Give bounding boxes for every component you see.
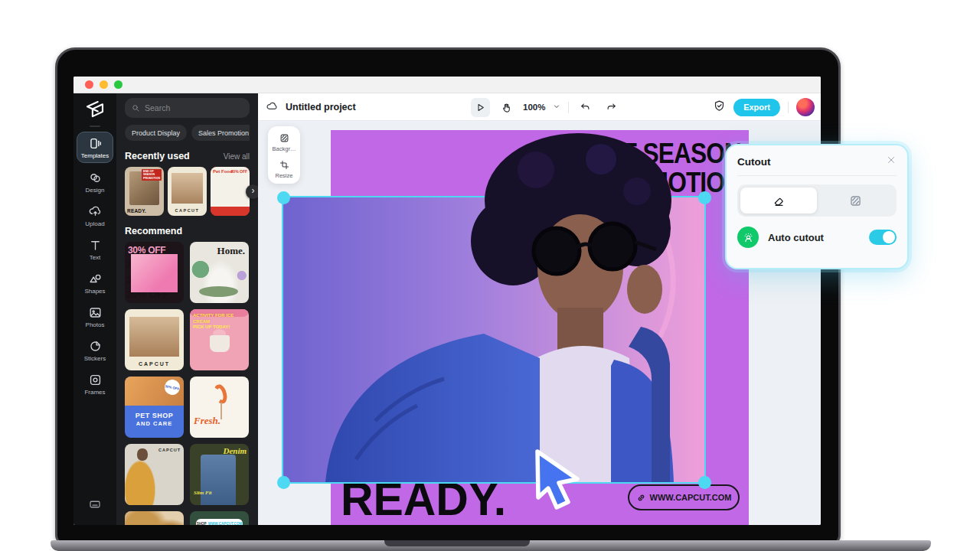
template-title: WWW.CAPCUT.COM [208, 522, 243, 526]
shapes-icon [88, 272, 103, 286]
recently-used-header: Recently used View all [125, 151, 250, 161]
auto-cutout-label: Auto cutout [768, 232, 860, 243]
hand-icon [501, 102, 512, 113]
canvas-controls: 100% [471, 93, 621, 121]
template-capcut-group[interactable]: CAPCUT [125, 309, 184, 370]
selected-photo[interactable] [283, 130, 704, 482]
link-icon [636, 493, 646, 503]
template-fresh[interactable]: Fresh. [190, 377, 249, 438]
template-ice-cream[interactable]: ACTIVITY FOR ICE CREAM PICK UP TODAY! [190, 309, 249, 370]
toggle-knob [883, 231, 895, 243]
auto-cutout-icon [737, 227, 759, 248]
sidebar-item-upload[interactable]: Upload [77, 201, 113, 230]
divider [788, 102, 789, 113]
background-tool-button[interactable]: Backgr… [268, 132, 300, 152]
text-icon [88, 238, 103, 253]
laptop-frame: Templates Design Upload Text [55, 47, 841, 546]
close-icon [886, 155, 897, 165]
template-capcut-url[interactable]: SHOP WWW.CAPCUT.COM [190, 511, 249, 525]
page: Templates Design Upload Text [0, 0, 980, 551]
sidebar-item-shapes[interactable]: Shapes [77, 268, 113, 298]
template-pet-shop[interactable]: 30% OFF PET SHOP AND CARE [125, 377, 184, 438]
keyboard-shortcuts-button[interactable] [88, 497, 102, 514]
template-art [199, 286, 238, 297]
recommend-grid: 30% OFF30% OFF30% OFF 30% OFF Home. CAPC… [125, 242, 250, 525]
maximize-window-button[interactable] [114, 80, 122, 89]
canvas-tools: Backgr… Resize [268, 126, 300, 184]
sidebar-item-frames[interactable]: Frames [77, 369, 113, 399]
privacy-shield-button[interactable] [713, 99, 726, 116]
divider [737, 175, 897, 176]
selection-handle-bottom-right[interactable] [698, 476, 711, 489]
background-tool-label: Backgr… [273, 145, 296, 152]
sidebar-rail: Templates Design Upload Text [74, 93, 116, 525]
zoom-dropdown[interactable] [552, 100, 561, 114]
redo-icon [606, 102, 617, 113]
template-title: ACTIVITY FOR ICE CREAM [193, 313, 249, 324]
template-art [129, 317, 179, 357]
sidebar-item-stickers[interactable]: Stickers [77, 335, 113, 365]
template-handmade[interactable]: HANDMADE [125, 511, 184, 525]
template-art [172, 173, 203, 204]
avatar[interactable] [796, 98, 815, 116]
hand-tool-button[interactable] [497, 98, 516, 117]
sidebar-item-label: Upload [85, 220, 104, 227]
sidebar-item-design[interactable]: Design [77, 167, 113, 197]
undo-button[interactable] [576, 98, 595, 117]
select-tool-button[interactable] [471, 98, 490, 117]
template-fashion-capcut[interactable]: CAPCUT [125, 444, 184, 505]
resize-crop-icon [279, 159, 290, 171]
resize-tool-label: Resize [276, 172, 293, 179]
upload-icon [88, 204, 103, 219]
template-strip [211, 207, 250, 216]
minimize-window-button[interactable] [100, 80, 108, 89]
template-art [201, 455, 236, 505]
template-art [125, 511, 184, 525]
template-home[interactable]: Home. [190, 242, 249, 303]
project-title[interactable]: Untitled project [286, 102, 356, 112]
recent-template-capcut-group[interactable]: CAPCUT [168, 167, 207, 216]
search-bar[interactable] [125, 98, 250, 118]
template-denim[interactable]: Denim Slim Fit [190, 444, 249, 505]
selection-handle-top-right[interactable] [698, 191, 711, 204]
sidebar-item-photos[interactable]: Photos [77, 302, 113, 331]
eraser-icon [772, 194, 786, 208]
view-all-link[interactable]: View all [224, 152, 250, 161]
template-badge: 40% OFF [231, 169, 247, 174]
template-title: 30% OFF [128, 245, 165, 256]
chip-product-display[interactable]: Product Display [125, 125, 187, 141]
sidebar-item-templates[interactable]: Templates [77, 132, 113, 163]
template-art [125, 455, 158, 505]
selection-handle-bottom-left[interactable] [277, 476, 290, 489]
redo-button[interactable] [602, 98, 621, 117]
template-art [220, 403, 222, 419]
template-30-off[interactable]: 30% OFF30% OFF30% OFF 30% OFF [125, 242, 184, 303]
remove-background-tab[interactable] [817, 187, 893, 214]
resize-tool-button[interactable]: Resize [268, 159, 300, 179]
auto-cutout-toggle[interactable] [869, 230, 897, 245]
template-caption: CAPCUT [168, 208, 207, 213]
chip-sales-promotion[interactable]: Sales Promotion [191, 125, 250, 141]
template-subtitle: Slim Fit [194, 490, 212, 496]
undo-icon [580, 102, 591, 113]
template-title: Denim [223, 446, 247, 455]
sidebar-item-label: Stickers [84, 355, 106, 362]
editor-topbar: Untitled project 100% [258, 93, 821, 121]
design-icon [88, 171, 103, 185]
search-input[interactable] [145, 103, 243, 112]
poster-url-pill[interactable]: WWW.CAPCUT.COM [628, 484, 740, 510]
carousel-next-button[interactable]: › [246, 184, 258, 199]
recent-template-end-of-season[interactable]: END OF SEASON PROMOTION READY. [125, 167, 164, 216]
zoom-level[interactable]: 100% [523, 103, 545, 112]
close-button[interactable] [886, 155, 897, 168]
macos-titlebar [74, 77, 821, 93]
export-button[interactable]: Export [733, 99, 780, 116]
play-icon [475, 102, 486, 113]
recent-template-pet-food[interactable]: Pet Food 40% OFF [211, 167, 250, 216]
sidebar-item-label: Design [86, 187, 105, 194]
close-window-button[interactable] [85, 80, 93, 89]
eraser-tab[interactable] [740, 187, 817, 214]
selection-handle-top-left[interactable] [277, 191, 290, 204]
sidebar-item-text[interactable]: Text [77, 234, 113, 264]
cutout-mode-segmented-control [737, 184, 897, 217]
